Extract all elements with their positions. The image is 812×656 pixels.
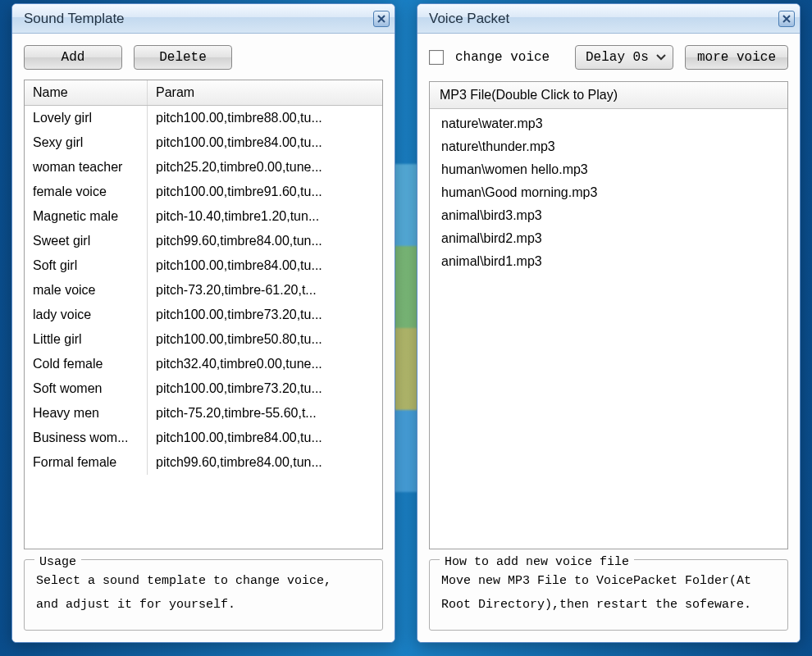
cell-param: pitch100.00,timbre88.00,tu... — [148, 106, 382, 130]
window-body: Add Delete Name Param Lovely girlpitch10… — [12, 34, 395, 642]
chevron-down-icon — [656, 54, 666, 61]
list-item[interactable]: animal\bird3.mp3 — [430, 204, 787, 227]
help-box: How to add new voice file Move new MP3 F… — [429, 559, 788, 631]
cell-param: pitch100.00,timbre73.20,tu... — [148, 303, 382, 327]
cell-name: female voice — [25, 180, 148, 204]
cell-name: Business wom... — [25, 426, 148, 450]
table-row[interactable]: Soft girlpitch100.00,timbre84.00,tu... — [25, 253, 382, 278]
list-item[interactable]: human\women hello.mp3 — [430, 158, 787, 181]
mp3-listbox: MP3 File(Double Click to Play) nature\wa… — [429, 81, 788, 549]
cell-param: pitch100.00,timbre73.20,tu... — [148, 376, 382, 401]
cell-param: pitch100.00,timbre50.80,tu... — [148, 327, 382, 352]
cell-name: lady voice — [25, 303, 148, 327]
top-controls: change voice Delay 0s more voice — [429, 45, 788, 70]
close-button[interactable] — [778, 11, 795, 27]
list-item[interactable]: animal\bird1.mp3 — [430, 250, 787, 273]
table-row[interactable]: Heavy menpitch-75.20,timbre-55.60,t... — [25, 401, 382, 426]
cell-name: Sweet girl — [25, 229, 148, 253]
cell-param: pitch-10.40,timbre1.20,tun... — [148, 204, 382, 229]
table-row[interactable]: Sweet girlpitch99.60,timbre84.00,tun... — [25, 229, 382, 253]
table-row[interactable]: Business wom...pitch100.00,timbre84.00,t… — [25, 426, 382, 450]
usage-box: Usage Select a sound template to change … — [24, 559, 383, 631]
table-row[interactable]: lady voicepitch100.00,timbre73.20,tu... — [25, 303, 382, 327]
column-name[interactable]: Name — [25, 80, 148, 105]
cell-param: pitch100.00,timbre84.00,tu... — [148, 426, 382, 450]
voice-packet-window: Voice Packet change voice Delay 0s more … — [417, 3, 801, 643]
close-icon — [377, 15, 385, 23]
window-title: Voice Packet — [429, 11, 509, 27]
list-item[interactable]: nature\thunder.mp3 — [430, 135, 787, 158]
cell-name: Cold female — [25, 352, 148, 376]
table-header: Name Param — [25, 80, 382, 106]
cell-name: Formal female — [25, 450, 148, 475]
cell-param: pitch-75.20,timbre-55.60,t... — [148, 401, 382, 426]
table-row[interactable]: woman teacherpitch25.20,timbre0.00,tune.… — [25, 155, 382, 180]
cell-param: pitch100.00,timbre91.60,tu... — [148, 180, 382, 204]
usage-text-1: Select a sound template to change voice, — [36, 570, 371, 594]
cell-param: pitch99.60,timbre84.00,tun... — [148, 229, 382, 253]
toolbar: Add Delete — [24, 45, 383, 70]
table-row[interactable]: Soft womenpitch100.00,timbre73.20,tu... — [25, 376, 382, 401]
cell-name: Magnetic male — [25, 204, 148, 229]
list-item[interactable]: human\Good morning.mp3 — [430, 181, 787, 204]
usage-legend: Usage — [34, 551, 81, 575]
delay-value: Delay 0s — [586, 50, 649, 65]
list-item[interactable]: animal\bird2.mp3 — [430, 227, 787, 250]
list-item[interactable]: nature\water.mp3 — [430, 112, 787, 135]
table-row[interactable]: Cold femalepitch32.40,timbre0.00,tune... — [25, 352, 382, 376]
sound-template-window: Sound Template Add Delete Name Param Lov… — [11, 3, 395, 643]
desktop-background-accent — [394, 164, 418, 492]
window-title: Sound Template — [24, 11, 125, 27]
cell-param: pitch99.60,timbre84.00,tun... — [148, 450, 382, 475]
change-voice-checkbox[interactable] — [429, 50, 444, 65]
cell-param: pitch-73.20,timbre-61.20,t... — [148, 278, 382, 303]
help-text-2: Root Directory),then restart the sofewar… — [441, 594, 776, 617]
usage-text-2: and adjust it for yourself. — [36, 594, 371, 617]
close-icon — [782, 15, 791, 23]
help-legend: How to add new voice file — [440, 551, 634, 575]
table-row[interactable]: Little girlpitch100.00,timbre50.80,tu... — [25, 327, 382, 352]
delay-dropdown[interactable]: Delay 0s — [575, 45, 673, 70]
table-row[interactable]: Lovely girlpitch100.00,timbre88.00,tu... — [25, 106, 382, 130]
change-voice-label: change voice — [455, 50, 550, 65]
cell-name: Soft women — [25, 376, 148, 401]
cell-name: Sexy girl — [25, 130, 148, 155]
cell-param: pitch100.00,timbre84.00,tu... — [148, 130, 382, 155]
table-row[interactable]: female voicepitch100.00,timbre91.60,tu..… — [25, 180, 382, 204]
more-voice-button[interactable]: more voice — [685, 45, 788, 70]
list-body: nature\water.mp3nature\thunder.mp3human\… — [430, 109, 787, 549]
delete-button[interactable]: Delete — [134, 45, 232, 70]
cell-name: Little girl — [25, 327, 148, 352]
table-row[interactable]: Magnetic malepitch-10.40,timbre1.20,tun.… — [25, 204, 382, 229]
list-header[interactable]: MP3 File(Double Click to Play) — [430, 82, 787, 109]
column-param[interactable]: Param — [148, 80, 382, 105]
table-row[interactable]: Sexy girlpitch100.00,timbre84.00,tu... — [25, 130, 382, 155]
cell-name: Lovely girl — [25, 106, 148, 130]
table-row[interactable]: male voicepitch-73.20,timbre-61.20,t... — [25, 278, 382, 303]
cell-name: Heavy men — [25, 401, 148, 426]
titlebar[interactable]: Sound Template — [12, 4, 395, 34]
titlebar[interactable]: Voice Packet — [417, 4, 800, 34]
close-button[interactable] — [373, 11, 390, 27]
cell-param: pitch100.00,timbre84.00,tu... — [148, 253, 382, 278]
cell-param: pitch25.20,timbre0.00,tune... — [148, 155, 382, 180]
cell-param: pitch32.40,timbre0.00,tune... — [148, 352, 382, 376]
table-body: Lovely girlpitch100.00,timbre88.00,tu...… — [25, 106, 382, 549]
add-button[interactable]: Add — [24, 45, 122, 70]
cell-name: woman teacher — [25, 155, 148, 180]
window-body: change voice Delay 0s more voice MP3 Fil… — [417, 34, 800, 642]
table-row[interactable]: Formal femalepitch99.60,timbre84.00,tun.… — [25, 450, 382, 475]
cell-name: male voice — [25, 278, 148, 303]
cell-name: Soft girl — [25, 253, 148, 278]
template-table: Name Param Lovely girlpitch100.00,timbre… — [24, 80, 383, 549]
